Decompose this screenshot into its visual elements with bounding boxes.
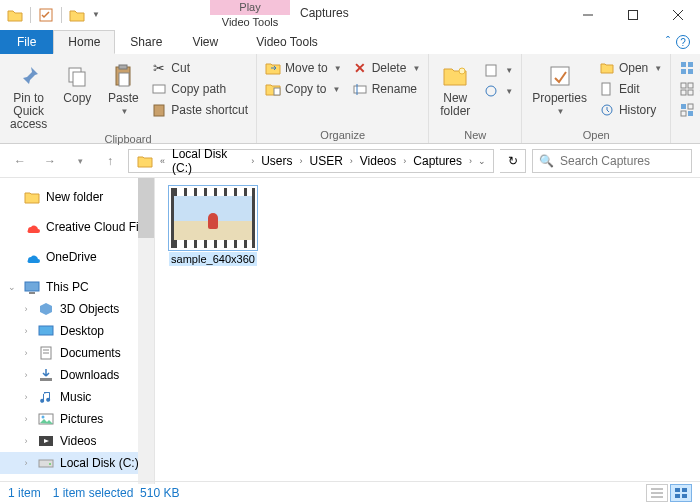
tree-caret[interactable]: ›	[20, 458, 32, 468]
tab-view[interactable]: View	[177, 30, 233, 54]
tree-item[interactable]: ›Videos	[0, 430, 154, 452]
ribbon-group-clipboard: Pin to Quick access Copy Paste▼ ✂Cut Cop…	[0, 54, 257, 143]
tree-item[interactable]: New folder	[0, 186, 154, 208]
tree-caret[interactable]: ›	[20, 392, 32, 402]
tree-item[interactable]: Creative Cloud Fil…	[0, 216, 154, 238]
svg-rect-11	[154, 105, 164, 116]
copy-button[interactable]: Copy	[55, 56, 99, 105]
new-item-icon	[483, 62, 499, 78]
address-segment[interactable]: USER	[305, 150, 346, 172]
nav-tree[interactable]: New folderCreative Cloud Fil…OneDrive⌄Th…	[0, 178, 155, 484]
address-caret[interactable]: ›	[296, 156, 305, 166]
tree-item[interactable]: ›Downloads	[0, 364, 154, 386]
open-button[interactable]: Open▼	[595, 58, 666, 78]
address-segment[interactable]: Users	[257, 150, 296, 172]
edit-button[interactable]: Edit	[595, 79, 666, 99]
file-list[interactable]: sample_640x360	[155, 178, 700, 484]
select-none-button[interactable]: Select none	[675, 79, 700, 99]
tree-caret[interactable]: ⌄	[6, 282, 18, 292]
tree-label: Downloads	[60, 368, 119, 382]
tree-caret[interactable]: ›	[20, 414, 32, 424]
tree-caret[interactable]: ›	[20, 370, 32, 380]
file-item[interactable]: sample_640x360	[165, 188, 261, 266]
svg-rect-31	[681, 111, 686, 116]
address-history-dropdown[interactable]: ⌄	[475, 156, 489, 166]
tree-label: Pictures	[60, 412, 103, 426]
new-folder-button[interactable]: New folder	[433, 56, 477, 118]
folder-icon[interactable]	[66, 4, 88, 26]
icons-view-button[interactable]	[670, 484, 692, 502]
folder-icon[interactable]	[4, 4, 26, 26]
svg-rect-12	[274, 88, 280, 95]
delete-button[interactable]: ✕Delete▼	[348, 58, 425, 78]
svg-rect-8	[119, 65, 127, 69]
up-button[interactable]: ↑	[98, 149, 122, 173]
forward-button[interactable]: →	[38, 149, 62, 173]
address-caret[interactable]: ›	[347, 156, 356, 166]
recent-button[interactable]: ▾	[68, 149, 92, 173]
copy-to-button[interactable]: Copy to▼	[261, 79, 346, 99]
tree-scrollbar[interactable]	[138, 178, 154, 484]
tree-scroll-thumb[interactable]	[138, 178, 154, 238]
pin-icon	[13, 60, 45, 92]
address-segment[interactable]: Videos	[356, 150, 400, 172]
address-bar[interactable]: « Local Disk (C:)›Users›USER›Videos›Capt…	[128, 149, 494, 173]
tab-file[interactable]: File	[0, 30, 53, 54]
move-to-button[interactable]: Move to▼	[261, 58, 346, 78]
qat-dropdown[interactable]: ▼	[90, 10, 102, 19]
copy-path-button[interactable]: Copy path	[147, 79, 252, 99]
svg-rect-13	[354, 86, 366, 93]
tree-item[interactable]: ›Local Disk (C:)	[0, 452, 154, 474]
address-caret[interactable]: ›	[466, 156, 475, 166]
pin-quick-access-button[interactable]: Pin to Quick access	[4, 56, 53, 131]
svg-rect-25	[681, 83, 686, 88]
tree-item[interactable]: ›3D Objects	[0, 298, 154, 320]
group-label-new: New	[433, 127, 517, 143]
tree-item[interactable]: ›Desktop	[0, 320, 154, 342]
tree-item[interactable]: ⌄This PC	[0, 276, 154, 298]
svg-rect-22	[688, 62, 693, 67]
tree-item[interactable]: ›Music	[0, 386, 154, 408]
address-root-icon[interactable]	[133, 150, 157, 172]
tree-caret[interactable]: ›	[20, 436, 32, 446]
address-caret[interactable]: ›	[400, 156, 409, 166]
tree-caret[interactable]: ›	[20, 326, 32, 336]
tab-home[interactable]: Home	[53, 30, 115, 54]
paste-shortcut-button[interactable]: Paste shortcut	[147, 100, 252, 120]
svg-rect-29	[681, 104, 686, 109]
easy-access-button[interactable]: ▼	[479, 81, 517, 101]
details-view-button[interactable]	[646, 484, 668, 502]
address-caret[interactable]: «	[157, 156, 168, 166]
paste-button[interactable]: Paste▼	[101, 56, 145, 118]
tree-item[interactable]: ›Pictures	[0, 408, 154, 430]
minimize-button[interactable]	[565, 0, 610, 30]
tab-share[interactable]: Share	[115, 30, 177, 54]
svg-rect-32	[688, 111, 693, 116]
select-all-button[interactable]: Select all	[675, 58, 700, 78]
search-box[interactable]: 🔍	[532, 149, 692, 173]
address-segment[interactable]: Captures	[409, 150, 466, 172]
tab-video-tools[interactable]: Video Tools	[241, 30, 333, 54]
tree-caret[interactable]: ›	[20, 348, 32, 358]
cut-button[interactable]: ✂Cut	[147, 58, 252, 78]
new-item-button[interactable]: ▼	[479, 60, 517, 80]
properties-icon[interactable]	[35, 4, 57, 26]
close-button[interactable]	[655, 0, 700, 30]
properties-button[interactable]: Properties▼	[526, 56, 593, 118]
history-button[interactable]: History	[595, 100, 666, 120]
refresh-button[interactable]: ↻	[500, 149, 526, 173]
svg-rect-43	[39, 460, 53, 467]
maximize-button[interactable]	[610, 0, 655, 30]
search-input[interactable]	[560, 154, 700, 168]
tree-caret[interactable]: ›	[20, 304, 32, 314]
tree-item[interactable]: OneDrive	[0, 246, 154, 268]
tree-item[interactable]: ›Documents	[0, 342, 154, 364]
tree-label: Videos	[60, 434, 96, 448]
address-segment[interactable]: Local Disk (C:)	[168, 150, 248, 172]
back-button[interactable]: ←	[8, 149, 32, 173]
invert-selection-button[interactable]: Invert selection	[675, 100, 700, 120]
address-caret[interactable]: ›	[248, 156, 257, 166]
rename-button[interactable]: Rename	[348, 79, 425, 99]
svg-rect-30	[688, 104, 693, 109]
ribbon-collapse-button[interactable]: ˆ ?	[656, 30, 700, 54]
